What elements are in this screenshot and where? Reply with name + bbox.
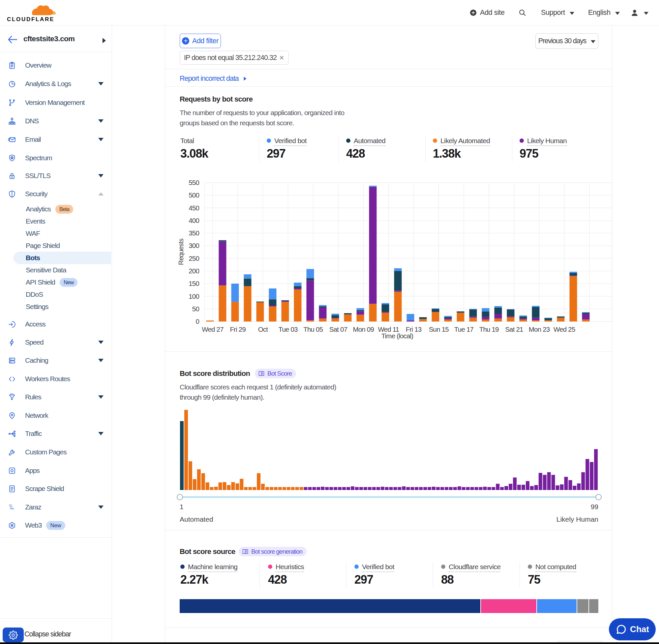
svg-text:350: 350 (189, 229, 199, 237)
svg-text:200: 200 (189, 267, 199, 275)
svg-text:Mon 23: Mon 23 (528, 325, 549, 333)
svg-text:Fri 13: Fri 13 (405, 325, 421, 333)
svg-text:500: 500 (189, 191, 199, 199)
svg-text:Time (local): Time (local) (381, 332, 413, 340)
svg-text:250: 250 (189, 255, 199, 262)
svg-text:Sat 07: Sat 07 (329, 325, 347, 333)
svg-text:450: 450 (189, 204, 199, 212)
svg-text:Tue 17: Tue 17 (454, 325, 473, 333)
svg-text:Thu 19: Thu 19 (479, 325, 498, 333)
svg-text:CLOUDFLARE: CLOUDFLARE (7, 16, 54, 22)
svg-text:Thu 05: Thu 05 (303, 325, 323, 333)
svg-text:Fri 29: Fri 29 (230, 325, 245, 333)
svg-text:Mon 09: Mon 09 (353, 325, 374, 333)
svg-text:100: 100 (189, 293, 199, 300)
svg-text:Wed 11: Wed 11 (378, 325, 399, 333)
svg-text:300: 300 (189, 242, 199, 249)
svg-text:Wed 25: Wed 25 (554, 325, 575, 333)
svg-text:0: 0 (195, 318, 199, 325)
svg-text:550: 550 (189, 179, 199, 186)
svg-text:Requests: Requests (177, 238, 185, 265)
svg-text:Oct: Oct (258, 325, 268, 333)
svg-text:50: 50 (192, 305, 199, 313)
svg-text:Sun 15: Sun 15 (428, 325, 449, 333)
svg-text:Tue 03: Tue 03 (278, 325, 298, 333)
svg-text:Sat 21: Sat 21 (505, 325, 523, 333)
svg-text:Wed 27: Wed 27 (202, 325, 223, 333)
svg-text:400: 400 (189, 217, 199, 224)
svg-text:150: 150 (189, 280, 199, 287)
